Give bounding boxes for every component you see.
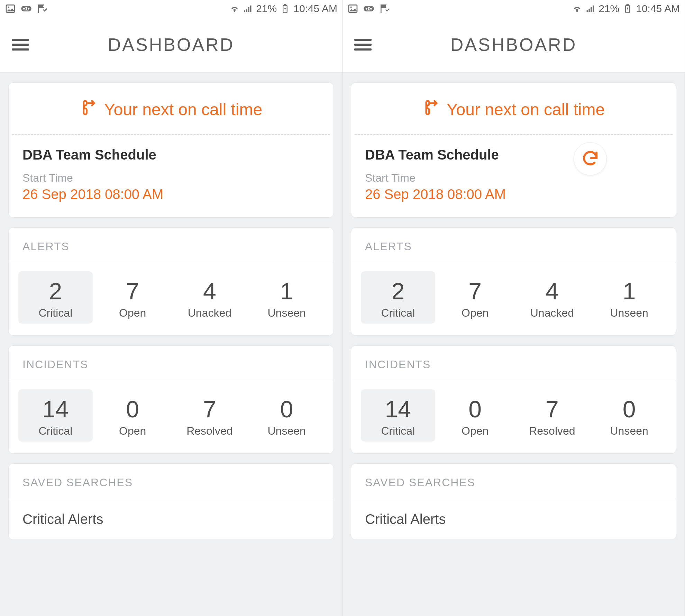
saved-search-item[interactable]: Critical Alerts [9,499,334,540]
incident-stat-open[interactable]: 0 Open [438,389,512,442]
clock-text: 10:45 AM [636,3,680,15]
incident-stat-resolved[interactable]: 7 Resolved [515,389,590,442]
page-title: DASHBOARD [354,34,673,55]
oncall-card[interactable]: Your next on call time DBA Team Schedule… [8,82,334,218]
schedule-name: DBA Team Schedule [22,147,320,163]
alert-stat-unacked[interactable]: 4 Unacked [515,271,590,324]
stat-value: 7 [517,396,588,423]
svg-point-4 [27,7,30,10]
oncall-heading-text: Your next on call time [104,100,262,119]
phone-forward-icon [422,99,440,120]
incident-stat-unseen[interactable]: 0 Unseen [592,389,666,442]
signal-icon [585,4,595,13]
svg-rect-6 [284,4,286,5]
wifi-icon [572,4,582,13]
stat-label: Unseen [251,425,322,437]
stat-label: Critical [20,307,91,319]
saved-title: SAVED SEARCHES [351,464,676,499]
incident-stat-open[interactable]: 0 Open [95,389,170,442]
stat-value: 4 [174,278,246,305]
status-right: 21% 10:45 AM [572,3,680,15]
status-right: 21% 10:45 AM [230,3,337,15]
app-bar: DASHBOARD [342,17,685,73]
phone-forward-icon [80,99,98,120]
schedule-name: DBA Team Schedule [365,147,662,163]
saved-searches-card[interactable]: SAVED SEARCHES Critical Alerts [8,463,334,540]
screen-left: 21% 10:45 AM DASHBOARD Your next on call… [0,0,342,616]
incidents-card[interactable]: INCIDENTS 14 Critical 0 Open 7 Resolved … [8,345,334,454]
battery-icon [280,4,290,13]
alert-stat-open[interactable]: 7 Open [95,271,170,324]
incident-stat-critical[interactable]: 14 Critical [361,389,435,442]
stat-value: 0 [593,396,665,423]
saved-searches-card[interactable]: SAVED SEARCHES Critical Alerts [351,463,676,540]
alerts-title: ALERTS [351,228,676,263]
saved-title: SAVED SEARCHES [9,464,334,499]
voicemail-icon [21,3,32,14]
svg-point-3 [22,7,25,10]
voicemail-icon [363,3,374,14]
stat-label: Unseen [251,307,322,319]
stat-label: Open [97,425,168,437]
clock-text: 10:45 AM [293,3,337,15]
stat-label: Unacked [174,307,246,319]
stat-value: 2 [20,278,91,305]
app-bar: DASHBOARD [0,17,342,73]
stat-value: 4 [517,278,588,305]
alert-stat-unacked[interactable]: 4 Unacked [173,271,247,324]
status-bar: 21% 10:45 AM [0,0,342,17]
status-left [5,3,48,14]
refresh-button[interactable] [574,142,607,175]
image-icon [5,3,16,14]
svg-point-8 [350,7,352,8]
alert-stat-unseen[interactable]: 1 Unseen [592,271,666,324]
incident-stat-resolved[interactable]: 7 Resolved [173,389,247,442]
stat-value: 0 [251,396,322,423]
flag-check-icon [379,3,390,14]
alert-stat-unseen[interactable]: 1 Unseen [249,271,324,324]
incident-stat-critical[interactable]: 14 Critical [18,389,93,442]
alert-stat-critical[interactable]: 2 Critical [361,271,435,324]
status-left [347,3,390,14]
saved-search-item[interactable]: Critical Alerts [351,499,676,540]
incidents-title: INCIDENTS [9,346,334,381]
alert-stat-critical[interactable]: 2 Critical [18,271,93,324]
oncall-card[interactable]: Your next on call time DBA Team Schedule… [351,82,676,218]
alerts-card[interactable]: ALERTS 2 Critical 7 Open 4 Unacked 1 Uns… [351,227,676,336]
stat-value: 0 [97,396,168,423]
svg-point-11 [370,7,373,10]
image-icon [347,3,358,14]
stat-label: Open [439,307,511,319]
stat-value: 14 [362,396,434,423]
content: Your next on call time DBA Team Schedule… [342,73,685,616]
flag-check-icon [37,3,48,14]
stat-label: Open [439,425,511,437]
content: Your next on call time DBA Team Schedule… [0,73,342,616]
stat-value: 1 [593,278,665,305]
battery-percent: 21% [599,3,619,15]
incident-stat-unseen[interactable]: 0 Unseen [249,389,324,442]
oncall-heading: Your next on call time [351,83,676,134]
stat-value: 2 [362,278,434,305]
stat-value: 14 [20,396,91,423]
oncall-heading: Your next on call time [9,83,334,134]
start-time-value: 26 Sep 2018 08:00 AM [365,187,662,202]
incidents-card[interactable]: INCIDENTS 14 Critical 0 Open 7 Resolved … [351,345,676,454]
svg-point-1 [8,7,9,8]
battery-percent: 21% [256,3,277,15]
svg-point-10 [365,7,368,10]
signal-icon [243,4,253,13]
alert-stat-open[interactable]: 7 Open [438,271,512,324]
incidents-title: INCIDENTS [351,346,676,381]
stat-value: 7 [439,278,511,305]
refresh-icon [581,149,600,169]
stat-label: Open [97,307,168,319]
stat-label: Resolved [517,425,588,437]
start-time-label: Start Time [365,172,662,184]
svg-rect-13 [627,4,629,5]
oncall-body: DBA Team Schedule Start Time 26 Sep 2018… [9,135,334,217]
oncall-body: DBA Team Schedule Start Time 26 Sep 2018… [351,135,676,217]
alerts-card[interactable]: ALERTS 2 Critical 7 Open 4 Unacked 1 Uns… [8,227,334,336]
battery-icon [623,4,632,13]
stat-label: Critical [20,425,91,437]
